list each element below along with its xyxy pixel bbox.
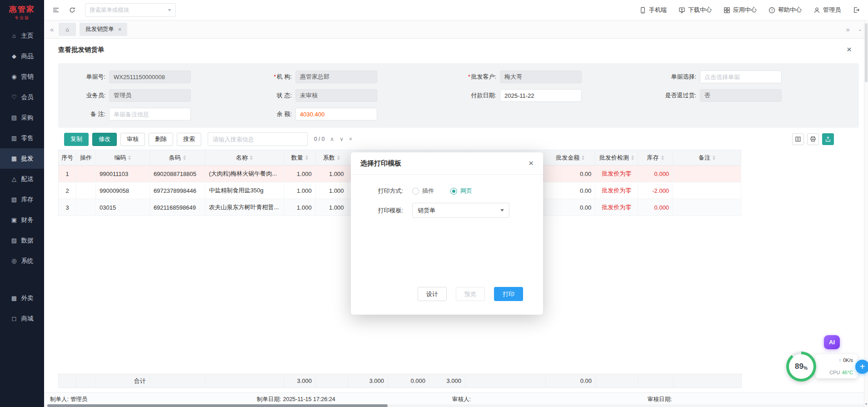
user-menu[interactable]: 管理员 bbox=[813, 6, 841, 14]
field-doc-select: 单据选择: bbox=[649, 70, 859, 83]
col-code[interactable]: 编码 bbox=[96, 150, 150, 166]
dialog-close-icon[interactable]: × bbox=[529, 158, 534, 168]
topbar-link-mobile[interactable]: 手机端 bbox=[639, 6, 667, 14]
col-qty[interactable]: 数量 bbox=[284, 150, 316, 166]
module-search-input[interactable] bbox=[90, 7, 168, 13]
sidebar-item-label: 商城 bbox=[21, 315, 34, 323]
vertical-scrollbar[interactable]: ▼ bbox=[864, 20, 868, 407]
tabbar: « ⌂ 批发销货单 × » ⌄ bbox=[44, 20, 868, 39]
sidebar-item-mall[interactable]: ◻商城 bbox=[0, 308, 44, 329]
search-button[interactable]: 搜索 bbox=[177, 133, 201, 146]
tab-home[interactable]: ⌂ bbox=[59, 23, 76, 36]
sidebar-item-retail[interactable]: ▥零售 bbox=[0, 128, 44, 148]
tab-label: 批发销货单 bbox=[85, 25, 114, 33]
column-settings-icon[interactable] bbox=[792, 133, 804, 145]
returned-value: 否 bbox=[700, 89, 782, 102]
sidebar-item-member[interactable]: ♡会员 bbox=[0, 87, 44, 107]
preview-button[interactable]: 预览 bbox=[456, 287, 485, 301]
sidebar-item-home[interactable]: ⌂主页 bbox=[0, 25, 44, 46]
sort-icon[interactable] bbox=[582, 156, 584, 160]
vertical-scrollbar-thumb[interactable] bbox=[865, 23, 868, 82]
quick-add-button[interactable]: + bbox=[855, 360, 868, 374]
col-barcode[interactable]: 条码 bbox=[150, 150, 205, 166]
doc-select-input[interactable] bbox=[704, 74, 777, 80]
horizontal-scrollbar[interactable] bbox=[44, 404, 864, 407]
cell-qty: 1.000 bbox=[284, 199, 316, 216]
horizontal-scrollbar-thumb[interactable] bbox=[47, 404, 388, 407]
print-button[interactable]: 打印 bbox=[494, 287, 523, 301]
topbar-link-app-center[interactable]: 应用中心 bbox=[723, 6, 757, 14]
template-select[interactable]: 销货单 bbox=[412, 203, 509, 218]
status-label: 状 态: bbox=[244, 91, 292, 100]
row-search-box[interactable] bbox=[208, 132, 308, 146]
refresh-icon[interactable] bbox=[69, 6, 76, 14]
data-icon: ▨ bbox=[11, 237, 18, 244]
print-icon[interactable] bbox=[807, 133, 819, 145]
export-icon[interactable] bbox=[822, 133, 834, 145]
collapse-menu-icon[interactable] bbox=[52, 6, 60, 14]
page-close-icon[interactable]: × bbox=[847, 45, 852, 55]
sidebar-item-finance[interactable]: ▣财务 bbox=[0, 210, 44, 230]
prev-match-icon[interactable]: ∧ bbox=[329, 136, 335, 142]
radio-plugin-label: 插件 bbox=[422, 187, 434, 195]
tab-wholesale-sales-order[interactable]: 批发销货单 × bbox=[80, 23, 127, 36]
ai-assistant-button[interactable]: AI bbox=[824, 335, 840, 349]
col-factor[interactable]: 系数 bbox=[316, 150, 348, 166]
sidebar-item-system[interactable]: ◎系统 bbox=[0, 251, 44, 271]
total-amount: 0.00 bbox=[546, 374, 596, 387]
topbar-link-download-center[interactable]: 下载中心 bbox=[678, 6, 712, 14]
org-value: 惠管家总部 bbox=[295, 70, 377, 83]
radio-web[interactable]: 网页 bbox=[450, 187, 472, 195]
cell-stock: 0.000 bbox=[638, 166, 673, 182]
delete-button[interactable]: 删除 bbox=[149, 133, 173, 146]
sort-icon[interactable] bbox=[631, 156, 634, 160]
next-match-icon[interactable]: ∨ bbox=[339, 136, 344, 142]
col-price-check[interactable]: 批发价检测 bbox=[595, 150, 638, 166]
logout-icon[interactable] bbox=[853, 6, 860, 14]
module-search-box[interactable] bbox=[85, 3, 176, 17]
col-stock[interactable]: 库存 bbox=[638, 150, 673, 166]
performance-gauge[interactable]: 89% bbox=[786, 352, 816, 382]
tabs-scroll-left-icon[interactable]: « bbox=[49, 26, 55, 33]
sort-icon[interactable] bbox=[128, 156, 131, 160]
col-name[interactable]: 名称 bbox=[205, 150, 284, 166]
sidebar-item-takeout[interactable]: ▩外卖 bbox=[0, 288, 44, 308]
sort-icon[interactable] bbox=[661, 156, 664, 160]
col-remark[interactable]: 备注 bbox=[673, 150, 741, 166]
toolbar-right-icons bbox=[792, 133, 834, 145]
tab-close-icon[interactable]: × bbox=[118, 26, 122, 33]
design-button[interactable]: 设计 bbox=[418, 287, 447, 301]
sort-icon[interactable] bbox=[305, 156, 308, 160]
col-amount[interactable]: 批发金额 bbox=[545, 150, 595, 166]
topbar-link-help-center[interactable]: ? 帮助中心 bbox=[768, 6, 802, 14]
radio-web-label: 网页 bbox=[460, 187, 472, 195]
sidebar-item-purchase[interactable]: ▤采购 bbox=[0, 107, 44, 128]
sort-icon[interactable] bbox=[337, 156, 340, 160]
sort-icon[interactable] bbox=[183, 156, 186, 160]
sidebar-item-goods[interactable]: ◆商品 bbox=[0, 46, 44, 66]
scroll-down-icon[interactable]: ▼ bbox=[864, 402, 868, 406]
copy-button[interactable]: 复制 bbox=[64, 133, 89, 146]
dialog-footer: 设计 预览 打印 bbox=[418, 287, 523, 301]
audit-button[interactable]: 审核 bbox=[120, 133, 145, 146]
pay-date-value[interactable]: 2025-11-22 bbox=[500, 89, 582, 102]
clear-search-icon[interactable]: × bbox=[348, 136, 353, 142]
sidebar-item-data[interactable]: ▨数据 bbox=[0, 230, 44, 251]
modify-button[interactable]: 修改 bbox=[92, 133, 117, 146]
remark-input[interactable] bbox=[114, 111, 186, 118]
print-mode-label: 打印方式: bbox=[351, 187, 403, 195]
sidebar-item-wholesale[interactable]: ▦批发 bbox=[0, 148, 44, 169]
sidebar-item-inventory[interactable]: ▧库存 bbox=[0, 189, 44, 210]
tabs-scroll-right-icon[interactable]: » bbox=[844, 26, 851, 33]
cell-qty: 1.000 bbox=[284, 182, 316, 199]
purchase-icon: ▤ bbox=[11, 114, 18, 121]
chevron-down-icon[interactable] bbox=[168, 9, 171, 11]
tabs-list-icon[interactable]: ⌄ bbox=[857, 27, 863, 32]
sort-icon[interactable] bbox=[713, 156, 715, 160]
sidebar-item-marketing[interactable]: ◉营销 bbox=[0, 66, 44, 87]
radio-plugin[interactable]: 插件 bbox=[412, 187, 434, 195]
sidebar-item-delivery[interactable]: △配送 bbox=[0, 169, 44, 189]
row-search-input[interactable] bbox=[213, 136, 303, 143]
cell-remark bbox=[673, 199, 741, 216]
sort-icon[interactable] bbox=[250, 156, 253, 160]
